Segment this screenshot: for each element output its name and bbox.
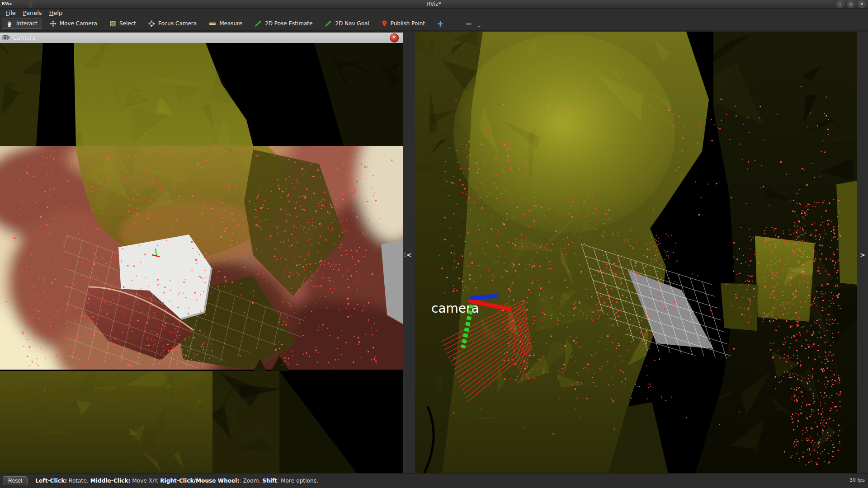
add-tool-button[interactable]: + [433, 18, 448, 29]
render-canvas-3d: camera [415, 32, 857, 474]
camera-panel: Camera ✕ [0, 33, 403, 474]
remove-tool-button[interactable]: − [461, 18, 476, 29]
tool-2d-pose-estimate[interactable]: 2D Pose Estimate [250, 19, 317, 29]
menu-help[interactable]: Help [46, 9, 66, 16]
render-viewport-3d[interactable]: camera [415, 32, 857, 474]
green-arrow-icon [325, 20, 332, 27]
tool-interact[interactable]: Interact [2, 19, 42, 29]
splitter-grip-icon: ••• [404, 252, 406, 258]
minimize-button[interactable]: ⌄ [836, 0, 844, 8]
tool-move-camera[interactable]: Move Camera [45, 19, 102, 29]
interact-hand-icon [6, 20, 13, 27]
fps-counter: 30 fps [849, 477, 865, 483]
tool-publish-point[interactable]: Publish Point [377, 18, 429, 29]
remove-tool-caret-icon[interactable]: ⌄ [477, 23, 481, 28]
close-button[interactable]: ✕ [858, 0, 866, 8]
menu-panels[interactable]: Panels [19, 9, 46, 16]
tf-axis-blue [472, 296, 496, 298]
tool-measure[interactable]: Measure [204, 19, 247, 29]
ruler-icon [209, 20, 216, 27]
tool-select[interactable]: Select [105, 19, 141, 29]
mesh-3d-scene [415, 32, 857, 474]
green-arrow-icon [255, 20, 262, 27]
camera-panel-close-icon[interactable]: ✕ [390, 33, 399, 42]
menu-file[interactable]: File [2, 9, 19, 16]
panel-collapse-right[interactable]: > [857, 32, 868, 474]
chevron-left-icon[interactable]: < [406, 251, 412, 258]
reset-button[interactable]: Reset [3, 476, 28, 485]
window-titlebar[interactable]: RViz RViz* ⌄ ◇ ✕ [0, 0, 868, 9]
map-pin-icon [382, 20, 387, 27]
camera-panel-icon [2, 34, 9, 41]
selection-box-icon [109, 20, 116, 27]
rviz-logo-icon: RViz [2, 1, 12, 6]
status-bar: Reset Left-Click: Rotate. Middle-Click: … [0, 473, 868, 488]
status-help-text: Left-Click: Rotate. Middle-Click: Move X… [35, 478, 318, 484]
camera-viewport[interactable] [0, 43, 403, 474]
camera-render-canvas [0, 43, 403, 474]
move-arrows-icon [50, 20, 57, 27]
window-controls: ⌄ ◇ ✕ [836, 0, 866, 8]
menu-bar: File Panels Help [0, 9, 868, 17]
chevron-right-icon[interactable]: > [860, 251, 865, 258]
tool-bar: Interact Move Camera Select Focus Camera… [0, 17, 868, 31]
panel-collapse-left[interactable]: ••• < [403, 32, 415, 474]
main-area: Camera ✕ [0, 31, 868, 474]
crosshair-icon [148, 20, 155, 27]
tool-2d-nav-goal[interactable]: 2D Nav Goal [320, 19, 373, 29]
window-title: RViz* [427, 1, 441, 7]
camera-panel-titlebar[interactable]: Camera ✕ [0, 33, 403, 43]
window-menu-knob-icon[interactable] [28, 1, 34, 8]
maximize-button[interactable]: ◇ [847, 0, 855, 8]
rviz-window: RViz RViz* ⌄ ◇ ✕ File Panels Help Intera… [0, 0, 868, 488]
tool-focus-camera[interactable]: Focus Camera [144, 19, 201, 29]
camera-panel-title: Camera [13, 34, 36, 41]
